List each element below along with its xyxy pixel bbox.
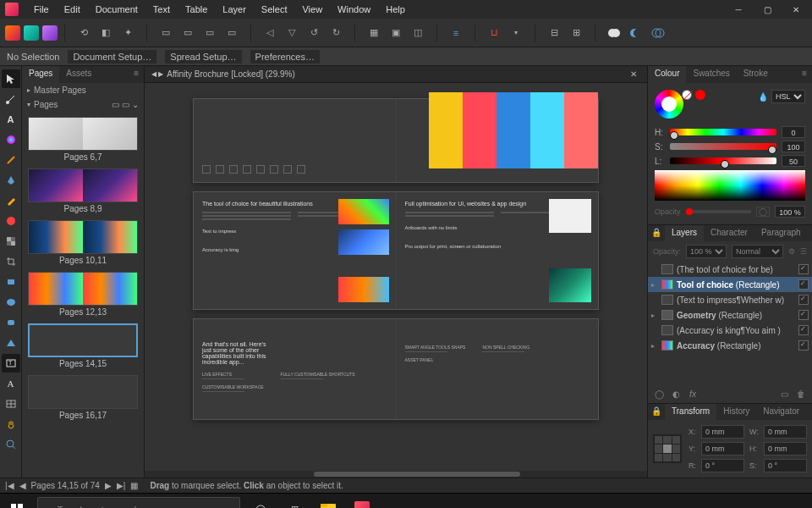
- tf-w[interactable]: 0 mm: [764, 425, 807, 439]
- tb-synchronize-icon[interactable]: ⟲: [75, 25, 92, 41]
- tf-h[interactable]: 0 mm: [764, 442, 807, 456]
- maximize-button[interactable]: ▢: [756, 2, 778, 17]
- light-value[interactable]: 50: [782, 155, 805, 167]
- layer-row[interactable]: ▸Tool of choice (Rectangle): [648, 277, 812, 292]
- sat-value[interactable]: 100: [782, 141, 805, 152]
- menu-view[interactable]: View: [295, 2, 329, 17]
- menu-table[interactable]: Table: [178, 2, 214, 17]
- ellipse-tool[interactable]: [2, 293, 20, 312]
- canvas-viewport[interactable]: The tool of choice for beautiful illustr…: [145, 83, 647, 471]
- product-switcher[interactable]: [5, 25, 58, 41]
- tb-order-up-icon[interactable]: ▭: [223, 25, 240, 41]
- tb-boolean-subtract-icon[interactable]: [628, 25, 645, 41]
- menu-layer[interactable]: Layer: [216, 2, 253, 17]
- layers-blend-select[interactable]: Normal: [732, 245, 783, 258]
- page-nav-next-icon[interactable]: ▶: [105, 481, 112, 490]
- tab-history[interactable]: History: [716, 404, 756, 420]
- fill-tool[interactable]: [2, 212, 20, 230]
- artistic-text-tool2[interactable]: A: [2, 374, 20, 393]
- page-thumb[interactable]: Pages 10,11: [28, 220, 138, 268]
- tb-align-icon[interactable]: ≡: [447, 25, 464, 41]
- page-thumb[interactable]: Pages 16,17: [28, 375, 138, 423]
- node-tool[interactable]: [2, 90, 20, 108]
- tb-order-down-icon[interactable]: ▭: [201, 25, 218, 41]
- page-nav-last-icon[interactable]: ▶|: [117, 481, 126, 490]
- menu-window[interactable]: Window: [331, 2, 377, 17]
- taskview-icon[interactable]: ⊞: [277, 494, 311, 509]
- tb-insert-top-icon[interactable]: ⊞: [568, 25, 584, 41]
- tb-flip-h-icon[interactable]: ◁: [261, 25, 278, 41]
- tb-revert-icon[interactable]: ✦: [119, 25, 136, 41]
- opacity-slider[interactable]: [686, 210, 751, 213]
- color-picker-tool[interactable]: [2, 130, 20, 149]
- ctx-document-setup[interactable]: Document Setup…: [68, 50, 156, 64]
- tab-textstyles[interactable]: Text Styles: [808, 225, 812, 241]
- master-pages-row[interactable]: ▸Master Pages: [22, 83, 144, 97]
- tab-stroke[interactable]: Stroke: [737, 66, 775, 83]
- tf-y[interactable]: 0 mm: [701, 442, 744, 456]
- frame-text-tool[interactable]: T: [2, 354, 20, 373]
- layer-mask-icon[interactable]: ◯: [653, 388, 665, 400]
- tb-preview-icon[interactable]: ▣: [387, 25, 404, 41]
- explorer-icon[interactable]: [311, 494, 345, 509]
- rectangle-tool[interactable]: [2, 273, 20, 291]
- layers-opacity-select[interactable]: 100 %: [686, 245, 727, 258]
- tb-defaults-icon[interactable]: ◧: [97, 25, 114, 41]
- layer-visible-checkbox[interactable]: [798, 340, 809, 351]
- page-nav-first-icon[interactable]: |◀: [5, 481, 14, 490]
- page-thumb[interactable]: Pages 14,15: [28, 323, 138, 372]
- tray-up-icon[interactable]: ︿: [778, 494, 812, 509]
- tb-insert-behind-icon[interactable]: ⊟: [546, 25, 562, 41]
- transparency-tool[interactable]: [2, 232, 20, 251]
- tab-swatches[interactable]: Swatches: [686, 66, 736, 83]
- tb-boolean-add-icon[interactable]: [606, 25, 623, 41]
- tb-rotate-ccw-icon[interactable]: ↺: [305, 25, 322, 41]
- tb-snap-icon[interactable]: ⊔: [486, 25, 502, 41]
- close-button[interactable]: ✕: [785, 2, 807, 17]
- layer-row[interactable]: ▸Accuracy (Rectangle): [648, 338, 812, 353]
- rounded-rect-tool[interactable]: [2, 313, 20, 332]
- layer-row[interactable]: (Text to impress¶Whether w): [648, 292, 812, 307]
- tab-paragraph[interactable]: Paragraph: [754, 225, 808, 241]
- app-taskbar-icon[interactable]: [345, 494, 379, 509]
- opacity-value[interactable]: 100 %: [775, 206, 805, 218]
- spread-14-15[interactable]: The tool of choice for beautiful illustr…: [193, 191, 599, 310]
- tb-clip-icon[interactable]: ◫: [409, 25, 426, 41]
- triangle-tool[interactable]: [2, 334, 20, 352]
- transform-lock-icon[interactable]: 🔒: [648, 404, 665, 420]
- tab-layers[interactable]: Layers: [665, 225, 704, 241]
- layer-expand-icon[interactable]: ▸: [651, 281, 658, 289]
- color-current-swatch[interactable]: [695, 90, 705, 100]
- ctx-spread-setup[interactable]: Spread Setup…: [165, 50, 241, 64]
- layers-menu-icon[interactable]: ☰: [800, 247, 807, 256]
- start-button[interactable]: [0, 494, 34, 509]
- menu-help[interactable]: Help: [379, 2, 412, 17]
- pencil-tool[interactable]: [2, 191, 20, 210]
- layer-visible-checkbox[interactable]: [798, 310, 809, 320]
- spread-12-13[interactable]: [193, 98, 599, 183]
- table-tool[interactable]: [2, 395, 20, 413]
- pen-tool[interactable]: [2, 171, 20, 190]
- transform-anchor[interactable]: [653, 434, 682, 463]
- document-close-icon[interactable]: ✕: [627, 69, 640, 79]
- tab-transform[interactable]: Transform: [665, 404, 716, 420]
- tab-assets[interactable]: Assets: [59, 66, 98, 83]
- layer-adjust-icon[interactable]: ◐: [670, 388, 682, 400]
- layer-visible-checkbox[interactable]: [798, 325, 809, 335]
- page-thumb[interactable]: Pages 8,9: [28, 168, 138, 217]
- page-nav-menu-icon[interactable]: ▦: [130, 481, 138, 490]
- page-thumb[interactable]: Pages 12,13: [28, 272, 138, 320]
- tab-pages[interactable]: Pages: [22, 66, 59, 83]
- minimize-button[interactable]: ─: [727, 2, 749, 17]
- page-thumb[interactable]: Pages 6,7: [28, 117, 138, 165]
- tb-boolean-intersect-icon[interactable]: [650, 25, 667, 41]
- page-nav-prev-icon[interactable]: ◀: [19, 481, 26, 490]
- layers-cog-icon[interactable]: ⚙: [788, 247, 795, 256]
- menu-text[interactable]: Text: [146, 2, 177, 17]
- hue-slider[interactable]: [670, 129, 776, 135]
- layer-visible-checkbox[interactable]: [798, 295, 809, 305]
- cortana-icon[interactable]: ◯: [244, 494, 277, 509]
- layer-visible-checkbox[interactable]: [798, 279, 809, 290]
- tab-character[interactable]: Character: [704, 225, 754, 241]
- layers-lock-icon[interactable]: 🔒: [648, 225, 665, 241]
